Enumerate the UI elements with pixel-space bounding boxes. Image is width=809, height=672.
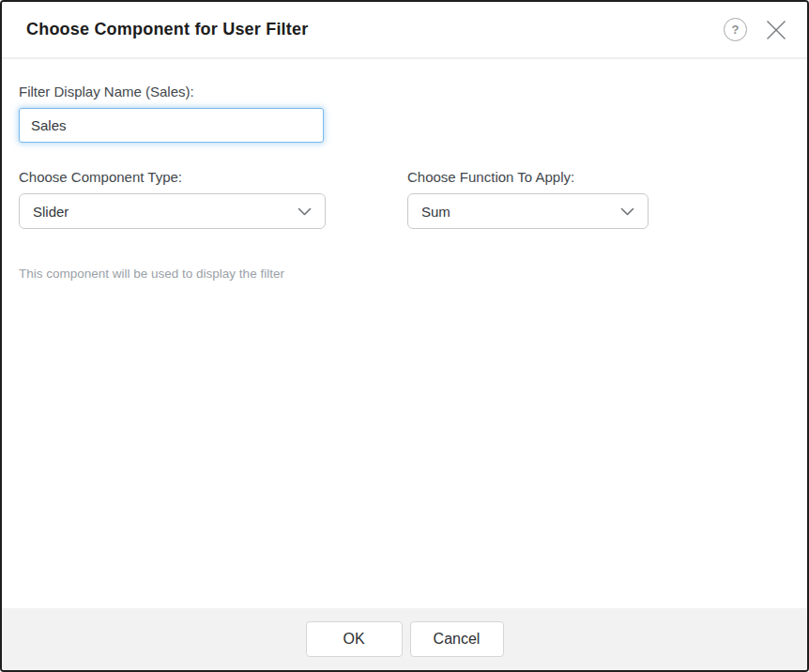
component-type-label: Choose Component Type: [19, 169, 326, 185]
helper-text: This component will be used to display t… [19, 267, 781, 281]
selects-row: Choose Component Type: Slider Choose Fun… [19, 169, 781, 229]
header-icons: ? [724, 18, 788, 42]
function-select[interactable]: Sum [407, 193, 649, 229]
choose-component-dialog: Choose Component for User Filter ? Filte… [0, 0, 809, 672]
display-name-input[interactable] [19, 108, 324, 143]
help-glyph: ? [732, 23, 740, 37]
dialog-title: Choose Component for User Filter [26, 20, 724, 39]
cancel-button[interactable]: Cancel [410, 621, 504, 657]
dialog-header: Choose Component for User Filter ? [2, 2, 807, 59]
component-type-value: Slider [33, 204, 298, 220]
function-field: Choose Function To Apply: Sum [407, 169, 649, 229]
chevron-down-icon [298, 207, 312, 216]
close-icon[interactable] [764, 18, 788, 42]
component-type-field: Choose Component Type: Slider [19, 169, 326, 229]
dialog-body: Filter Display Name (Sales): Choose Comp… [2, 59, 807, 608]
ok-button[interactable]: OK [306, 621, 403, 657]
help-icon[interactable]: ? [724, 18, 747, 41]
chevron-down-icon [620, 207, 634, 216]
dialog-footer: OK Cancel [2, 608, 807, 670]
function-value: Sum [421, 204, 620, 220]
display-name-label: Filter Display Name (Sales): [19, 84, 781, 99]
component-type-select[interactable]: Slider [19, 193, 326, 229]
function-label: Choose Function To Apply: [407, 169, 649, 185]
